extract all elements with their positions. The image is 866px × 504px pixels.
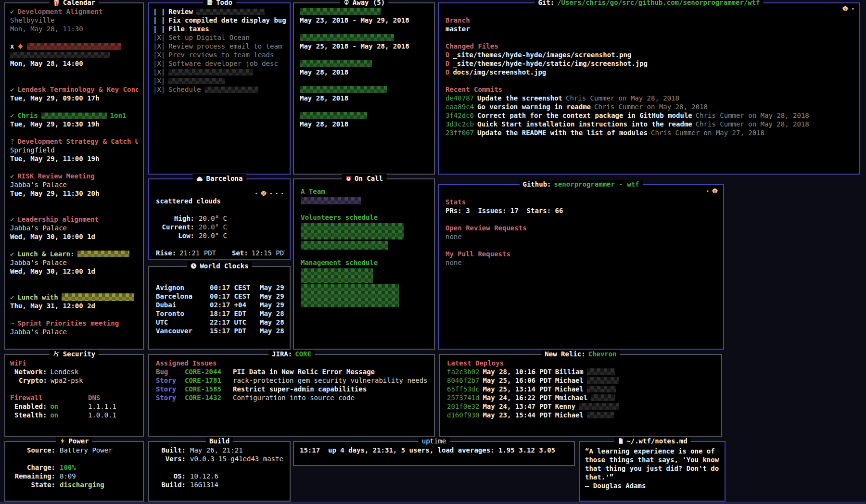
- jira-issue-row[interactable]: StoryCORE-1585Restrict super-admin capab…: [156, 385, 429, 393]
- build-os-row: OS:10.12.6: [155, 472, 285, 480]
- away-entry: May 28, 2018: [300, 111, 429, 128]
- calendar-panel[interactable]: Calendar ✔Development Alignment Shelbyvi…: [4, 2, 144, 350]
- pager-dot: •: [255, 191, 258, 196]
- alien-icon: [343, 0, 350, 6]
- build-vers-row: Vers:v0.0.3-15-g41ed43_maste: [155, 454, 285, 463]
- popcorn-icon: [53, 0, 60, 6]
- jira-panel-title: JIRA: CORE: [268, 350, 315, 358]
- calendar-event: x Mon, May 28, 14:00: [10, 42, 138, 68]
- redacted-name: [300, 60, 372, 67]
- weather-pager: • • • •: [255, 190, 284, 197]
- git-changed-label: Changed Files: [446, 42, 854, 50]
- github-panel[interactable]: Github: senorprogrammer - wtf • Stats PR…: [438, 184, 724, 350]
- clock-row: Vancouver15:17 PDTMay 28: [156, 327, 285, 335]
- redacted-name: [300, 8, 381, 15]
- todo-item[interactable]: |X|Schedule: [153, 85, 287, 94]
- github-open-reviews-label: Open Review Requests: [446, 224, 718, 232]
- calendar-panel-title: Calendar: [50, 0, 99, 7]
- git-branch-label: Branch: [446, 16, 854, 25]
- redacted-name: [587, 377, 619, 384]
- burst-icon: [17, 43, 24, 50]
- cloud-icon: [196, 176, 204, 182]
- calendar-event: ?Development Strategy & Catch U Springfi…: [10, 137, 138, 163]
- uptime-text: 15:17 up 4 days, 21:31, 5 users, load av…: [300, 446, 569, 454]
- jira-assigned-label: Assigned Issues: [156, 359, 429, 367]
- build-panel[interactable]: Build Built:May 26, 21:21 Vers:v0.0.3-15…: [148, 441, 291, 502]
- build-panel-title: Build: [206, 437, 233, 445]
- memo-icon: [206, 0, 213, 6]
- git-commit-row: eaa89c4Go version warning in readmeChris…: [446, 102, 854, 111]
- github-stats-label: Stats: [446, 198, 718, 206]
- git-panel-title: Git: /Users/chris/go/src/github.com/seno…: [535, 0, 763, 7]
- redacted-name: [587, 386, 616, 392]
- redacted-text: [10, 52, 110, 58]
- git-commit-row: de40787Update the screenshotChris Cummer…: [446, 94, 854, 102]
- uptime-panel-title: uptime: [419, 437, 450, 445]
- newrelic-deploy-row: fa2c3b02May 28, 10:16 PDTBilliam: [447, 367, 716, 376]
- jira-panel[interactable]: JIRA: CORE Assigned Issues BugCORE-2044P…: [148, 354, 435, 437]
- redacted-text: [27, 43, 121, 50]
- world-clocks-panel[interactable]: World Clocks Avignon00:17 CESTMay 29 Bar…: [148, 266, 291, 350]
- redacted-text: [196, 9, 265, 15]
- todo-item[interactable]: |X|Software developer job desc: [153, 59, 287, 68]
- newrelic-deploy-row: 2573741dMay 24, 16:22 PDTMmichael: [447, 393, 716, 402]
- newrelic-deploy-row: 65ff53dcMay 25, 13:14 PDTMichael: [447, 385, 716, 393]
- git-changed-row: D_site/themes/hyde-hyde/images/screensho…: [446, 50, 854, 59]
- security-wifi-label: WiFi: [10, 359, 138, 367]
- power-source-row: Source:Battery Power: [11, 446, 138, 454]
- todo-item[interactable]: | |Fix compiled date display bug: [153, 16, 287, 25]
- todo-item[interactable]: |X|Prev reviews to team leads: [153, 50, 287, 59]
- redacted-text: [168, 78, 225, 84]
- redacted-name: [300, 86, 387, 93]
- security-enabled-row: Enabled:on 1.1.1.1: [10, 402, 138, 411]
- away-panel[interactable]: Away (5) May 23, 2018 - May 29, 2018 May…: [293, 2, 435, 175]
- calendar-event: ~Sprint Priorities meeting Jabba's Palac…: [10, 319, 138, 336]
- redacted-name: [587, 412, 614, 418]
- security-panel-title: Security: [50, 350, 99, 358]
- power-panel[interactable]: Power Source:Battery Power Charge:100% R…: [4, 441, 144, 502]
- security-network-row: Network:Lendesk: [10, 367, 138, 376]
- notes-panel[interactable]: ~/.wtf/notes.md “A learning experience i…: [579, 441, 726, 502]
- power-panel-title: Power: [56, 437, 92, 445]
- oncall-management-label: Management schedule: [301, 258, 429, 267]
- git-panel[interactable]: Git: /Users/chris/go/src/github.com/seno…: [438, 2, 860, 175]
- window-edge: [0, 502, 866, 504]
- pager-dot: •: [280, 191, 284, 196]
- clock-row: Toronto18:17 EDTMay 28: [156, 309, 285, 318]
- page-icon: [617, 438, 624, 444]
- power-state-row: State:discharging: [11, 480, 138, 489]
- todo-item[interactable]: |X|Set up Digital Ocean: [153, 33, 287, 42]
- notes-panel-title: ~/.wtf/notes.md: [614, 437, 690, 445]
- weather-sun-row: Rise:21:21 PDT Set:12:15 PDT: [156, 249, 285, 257]
- weather-panel[interactable]: Barcelona • • • • scattered clouds High:…: [148, 178, 291, 260]
- fencer-icon: [53, 351, 60, 358]
- redacted-name: [300, 34, 394, 41]
- todo-item[interactable]: | |File taxes: [153, 25, 287, 33]
- todo-panel[interactable]: Todo | |Review | |Fix compiled date disp…: [148, 2, 291, 175]
- redacted-name: [300, 112, 367, 119]
- away-panel-title: Away (5): [340, 0, 388, 7]
- away-entry: May 28, 2018: [300, 85, 429, 102]
- jira-issue-row[interactable]: StoryCORE-1781rack-protection gem securi…: [156, 376, 429, 385]
- calendar-event: ✔Chris1on1 Tue, May 29, 10:30 19h: [10, 111, 138, 128]
- redacted-name: [301, 197, 361, 204]
- todo-item[interactable]: |X|: [153, 76, 287, 85]
- weather-condition: scattered clouds: [156, 197, 285, 205]
- todo-item[interactable]: | |Review: [153, 7, 287, 16]
- jira-issue-row[interactable]: StoryCORE-1432Configuration into source …: [156, 393, 429, 402]
- new-relic-panel[interactable]: New Relic: Chevron Latest Deploys fa2c3b…: [439, 354, 722, 437]
- git-commit-row: 3f42dc6Correct path for the context pack…: [446, 111, 854, 120]
- redacted-schedule: [301, 284, 399, 307]
- todo-item[interactable]: |X|: [153, 68, 287, 76]
- todo-item[interactable]: |X|Review process email to team: [153, 42, 287, 50]
- away-entry: May 25, 2018 - May 28, 2018: [300, 33, 429, 50]
- redacted-text: [168, 69, 253, 76]
- on-call-panel[interactable]: On Call A Team Volunteers schedule Manag…: [293, 178, 435, 350]
- github-stats-value: PRs: 3 Issues: 17 Stars: 66: [446, 206, 718, 215]
- uptime-panel[interactable]: uptime 15:17 up 4 days, 21:31, 5 users, …: [293, 441, 575, 466]
- security-panel[interactable]: Security WiFi Network:Lendesk Crypto:wpa…: [4, 354, 144, 437]
- pager-dot: •: [706, 189, 709, 194]
- redacted-schedule: [301, 241, 388, 250]
- git-changed-row: D_site/themes/hyde-hyde/static/img/scree…: [446, 59, 854, 68]
- jira-issue-row[interactable]: BugCORE-2044PII Data in New Relic Error …: [156, 367, 429, 376]
